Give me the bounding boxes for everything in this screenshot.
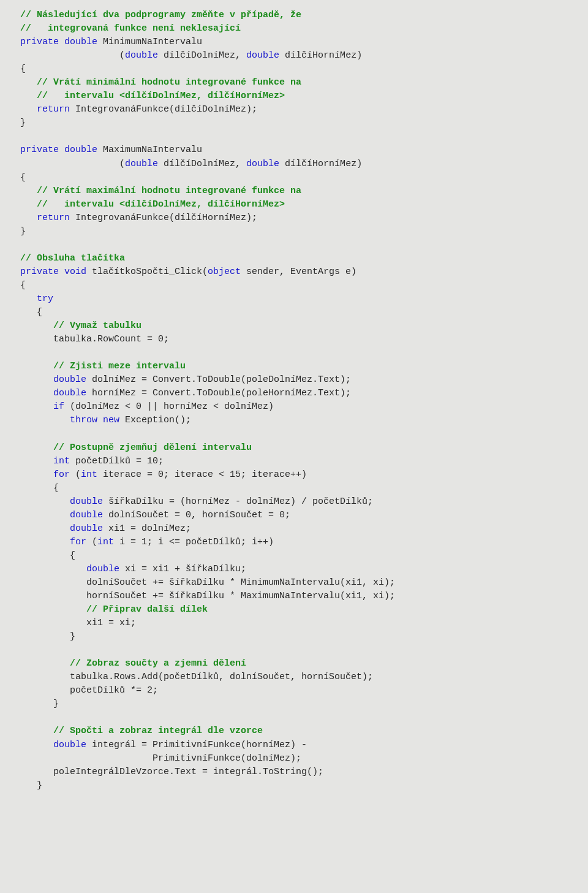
code-line: // Vymaž tabulku [4,319,584,333]
code-token: private [20,145,64,155]
code-token: dolníSoučet = 0, horníSoučet = 0; [108,510,290,520]
code-line: } [4,116,584,130]
code-token: // Vrátí minimální hodnotu integrované f… [37,77,301,88]
code-token: // integrovaná funkce není neklesající [20,23,241,34]
code-token: IntegrovanáFunkce(dílčíHorníMez); [75,213,257,223]
code-line: { [4,63,584,76]
code-line [4,130,584,143]
code-token: void [64,267,92,277]
code-token: (dolníMez < 0 || horníMez < dolníMez) [70,401,274,412]
code-token: { [20,64,26,74]
code-line: (double dílčíDolníMez, double dílčíHorní… [4,49,584,63]
code-token: ( [92,537,97,547]
code-token: MaximumNaIntervalu [103,145,202,155]
code-line: double horníMez = Convert.ToDouble(poleH… [4,387,584,400]
code-line: private double MaximumNaIntervalu [4,143,584,157]
code-token: dolníMez = Convert.ToDouble(poleDolníMez… [92,374,351,385]
code-line: // Připrav další dílek [4,603,584,617]
code-token: // Zjisti meze intervalu [53,361,186,371]
code-token: početDílků = 10; [75,456,164,466]
code-token: // intervalu <dílčíDolníMez, dílčíHorníM… [37,91,285,101]
code-token: { [70,550,75,561]
code-line: horníSoučet += šířkaDílku * MaximumNaInt… [4,590,584,603]
code-line: početDílků *= 2; [4,684,584,697]
code-token: double [70,496,108,507]
code-token: // Obsluha tlačítka [20,253,125,264]
code-token: private [20,267,64,277]
code-token: throw [70,415,103,425]
code-line: int početDílků = 10; [4,455,584,468]
code-token: // Vrátí maximální hodnotu integrované f… [37,186,301,196]
code-token: double [125,159,164,169]
code-line: try [4,292,584,306]
code-token: poleIntegrálDleVzorce.Text = integrál.To… [53,767,323,777]
code-token: dílčíDolníMez, [164,159,246,169]
code-line: PrimitivníFunkce(dolníMez); [4,752,584,766]
code-line: // intervalu <dílčíDolníMez, dílčíHorníM… [4,198,584,211]
code-token: double [70,510,108,520]
code-token: MinimumNaIntervalu [103,37,202,47]
code-token: // Postupně zjemňuj dělení intervalu [53,443,252,453]
code-token: dílčíHorníMez) [285,50,362,61]
code-token: for [53,469,75,480]
code-token: ( [75,469,81,480]
code-token: double [86,564,125,574]
code-token: xi1 = dolníMez; [108,523,191,534]
code-line: double dolníMez = Convert.ToDouble(poleD… [4,373,584,387]
code-token: // Následující dva podprogramy změňte v … [20,10,301,20]
code-token: double [53,740,92,750]
code-token: sender, EventArgs e) [246,267,356,277]
code-token: IntegrovanáFunkce(dílčíDolníMez); [75,104,257,115]
code-line: for (int iterace = 0; iterace < 15; iter… [4,468,584,482]
code-line: // Vrátí minimální hodnotu integrované f… [4,76,584,89]
code-token: } [20,226,26,237]
code-token: horníMez = Convert.ToDouble(poleHorníMez… [92,388,351,398]
code-token: // Připrav další dílek [86,604,208,615]
code-line: // integrovaná funkce není neklesající [4,22,584,36]
code-token: try [37,294,53,304]
code-line: for (int i = 1; i <= početDílků; i++) [4,536,584,549]
code-token: } [53,699,59,709]
code-token: dolníSoučet += šířkaDílku * MinimumNaInt… [86,577,395,588]
code-token: double [70,523,108,534]
code-token: } [70,631,75,642]
code-line: tabulka.Rows.Add(početDílků, dolníSoučet… [4,671,584,684]
code-token: return [37,213,75,223]
code-token: PrimitivníFunkce(dolníMez); [153,753,301,764]
code-line: // Vrátí maximální hodnotu integrované f… [4,184,584,198]
code-line: // intervalu <dílčíDolníMez, dílčíHorníM… [4,89,584,103]
code-line: return IntegrovanáFunkce(dílčíHorníMez); [4,211,584,225]
code-line: double xi = xi1 + šířkaDílku; [4,563,584,576]
code-token: double [246,159,285,169]
code-line: xi1 = xi; [4,617,584,630]
code-token: horníSoučet += šířkaDílku * MaximumNaInt… [86,591,395,601]
code-token: double [125,50,164,61]
code-token: dílčíHorníMez) [285,159,362,169]
code-line: { [4,306,584,319]
code-line [4,644,584,657]
code-token: xi = xi1 + šířkaDílku; [125,564,246,574]
code-token: double [246,50,285,61]
code-token: ( [119,50,125,61]
code-line: } [4,697,584,711]
code-token: } [37,780,42,791]
code-token: iterace = 0; iterace < 15; iterace++) [103,469,307,480]
code-token: double [53,388,92,398]
code-token: // Spočti a zobraz integrál dle vzorce [53,726,263,736]
code-line: double dolníSoučet = 0, horníSoučet = 0; [4,509,584,522]
code-token: int [97,537,119,547]
code-line: } [4,779,584,792]
code-line: } [4,225,584,238]
code-listing: // Následující dva podprogramy změňte v … [0,0,588,805]
code-token: tabulka.RowCount = 0; [53,334,169,344]
code-line: tabulka.RowCount = 0; [4,333,584,346]
code-line: // Zjisti meze intervalu [4,360,584,373]
code-token: double [53,374,92,385]
code-line: // Postupně zjemňuj dělení intervalu [4,441,584,455]
code-line: private void tlačítkoSpočti_Click(object… [4,265,584,279]
code-token: tlačítkoSpočti_Click( [92,267,208,277]
code-token: for [70,537,92,547]
code-line [4,427,584,441]
code-token: Exception(); [125,415,191,425]
code-token: new [103,415,125,425]
